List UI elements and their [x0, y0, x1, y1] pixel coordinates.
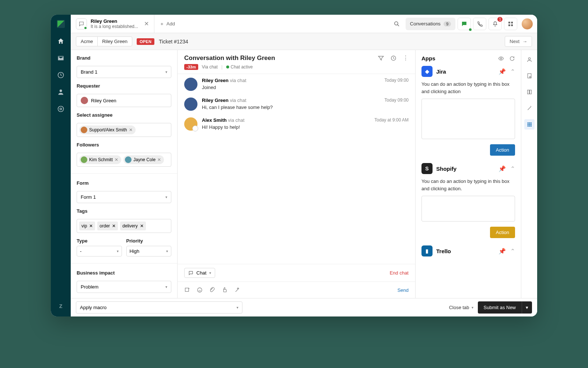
chevron-up-icon[interactable]: ⌃	[510, 165, 515, 172]
submit-button[interactable]: Submit as New	[478, 301, 522, 314]
requester-label: Requester	[77, 83, 171, 89]
pin-icon[interactable]: 📌	[498, 165, 506, 172]
remove-icon[interactable]: ✕	[115, 157, 118, 162]
svg-rect-17	[529, 123, 530, 124]
svg-rect-5	[508, 22, 510, 24]
tag-pill[interactable]: delivery✕	[120, 222, 146, 230]
apps-panel: Apps ◆ Jira 📌⌃ You can do an action by t	[416, 50, 521, 298]
search-button[interactable]	[390, 18, 403, 30]
follower-pill[interactable]: Kim Schmitt✕	[79, 155, 121, 164]
svg-point-15	[529, 76, 531, 78]
add-tab-button[interactable]: ＋ Add	[154, 21, 180, 27]
eye-icon[interactable]	[498, 56, 504, 61]
type-select[interactable]: -▾	[77, 246, 122, 256]
zendesk-logo-icon: z	[59, 302, 63, 310]
rail-grid-icon[interactable]	[524, 119, 535, 130]
brand-select[interactable]: Brand 1▾	[77, 66, 171, 78]
message-row: Alex Smith via chatToday at 9:00 AM Hi! …	[184, 117, 409, 131]
follower-pill[interactable]: Jayne Cole✕	[123, 155, 164, 164]
phone-button[interactable]	[473, 18, 486, 30]
pin-icon[interactable]: 📌	[498, 68, 506, 75]
nav-clock-icon[interactable]	[57, 71, 64, 79]
form-select[interactable]: Form 1▾	[77, 191, 171, 203]
jira-action-button[interactable]: Action	[490, 144, 515, 156]
breadcrumb[interactable]: Acme Riley Green	[76, 36, 132, 46]
emoji-icon[interactable]	[197, 287, 203, 293]
app-name: Jira	[436, 68, 495, 75]
time-badge: -33m	[184, 64, 198, 70]
channel-select[interactable]: Chat ▾	[184, 268, 215, 278]
tag-pill[interactable]: vip✕	[79, 222, 95, 230]
more-icon[interactable]: ⋮	[403, 54, 409, 61]
add-tab-label: Add	[167, 21, 175, 26]
shopify-logo-icon: S	[421, 163, 433, 174]
status-dot-icon	[469, 28, 472, 31]
shopify-input[interactable]	[421, 196, 515, 222]
nav-help-icon[interactable]	[57, 105, 64, 113]
rail-doc-icon[interactable]	[524, 71, 535, 81]
chevron-down-icon: ▾	[472, 305, 473, 309]
svg-rect-24	[530, 125, 531, 127]
tags-field[interactable]: vip✕ order✕ delivery✕	[77, 219, 171, 233]
requester-field[interactable]: Riley Green	[77, 94, 171, 107]
rail-book-icon[interactable]	[524, 87, 535, 97]
active-dot-icon	[226, 66, 229, 68]
chevron-up-icon[interactable]: ⌃	[510, 248, 515, 255]
history-icon[interactable]	[390, 55, 397, 61]
tag-pill[interactable]: order✕	[97, 222, 118, 230]
close-tab-icon[interactable]: ✕	[144, 20, 149, 27]
remove-icon[interactable]: ✕	[112, 223, 116, 229]
submit-caret-button[interactable]: ▾	[522, 301, 532, 314]
assignee-pill[interactable]: Support/Alex Smith✕	[79, 125, 136, 134]
shopify-action-button[interactable]: Action	[490, 227, 515, 238]
ticket-tab[interactable]: Riley Green It is a long established... …	[71, 15, 154, 33]
impact-select[interactable]: Problem▾	[77, 281, 171, 293]
nav-mail-icon[interactable]	[57, 54, 64, 62]
thumbs-up-icon[interactable]	[222, 287, 228, 293]
avatar-icon	[81, 127, 87, 133]
send-button[interactable]: Send	[398, 287, 409, 293]
filter-icon[interactable]	[378, 55, 384, 61]
followers-field[interactable]: Kim Schmitt✕ Jayne Cole✕	[77, 153, 171, 167]
arrow-right-icon: →	[522, 39, 527, 44]
jira-input[interactable]	[421, 99, 515, 139]
end-chat-button[interactable]: End chat	[390, 270, 409, 276]
attachment-icon[interactable]	[209, 287, 215, 293]
nav-user-icon[interactable]	[57, 88, 64, 96]
message-row: Riley Green via chatToday 09:00 Hi, can …	[184, 98, 409, 111]
assignee-field[interactable]: Support/Alex Smith✕	[77, 123, 171, 137]
app-name: Trello	[436, 248, 495, 254]
refresh-icon[interactable]	[509, 56, 515, 61]
avatar-icon	[81, 97, 88, 104]
nav-home-icon[interactable]	[57, 38, 64, 45]
rail-user-icon[interactable]	[524, 54, 535, 65]
rail-wand-icon[interactable]	[524, 103, 535, 113]
pin-icon[interactable]: 📌	[498, 248, 506, 255]
assignee-label: Select assignee	[77, 112, 171, 118]
chevron-down-icon: ▾	[209, 271, 211, 275]
message-row: Riley Green via chatToday 09:00 Joined	[184, 78, 409, 91]
remove-icon[interactable]: ✕	[157, 157, 161, 162]
chevron-down-icon: ▾	[166, 249, 168, 253]
conversations-button[interactable]: Conversations 9	[406, 18, 455, 30]
apps-grid-button[interactable]	[504, 18, 517, 30]
remove-icon[interactable]: ✕	[89, 223, 93, 229]
chevron-up-icon[interactable]: ⌃	[510, 68, 515, 75]
macro-select[interactable]: Apply macro▾	[76, 301, 242, 314]
remove-icon[interactable]: ✕	[129, 127, 133, 132]
notifications-button[interactable]: 1	[489, 18, 502, 30]
priority-select[interactable]: High▾	[126, 246, 172, 256]
close-tab-button[interactable]: Close tab▾	[449, 305, 473, 310]
svg-point-13	[528, 58, 530, 60]
user-avatar[interactable]	[522, 18, 533, 29]
breadcrumb-person[interactable]: Riley Green	[97, 37, 132, 46]
note-icon[interactable]	[184, 287, 190, 293]
remove-icon[interactable]: ✕	[140, 223, 144, 229]
breadcrumb-org[interactable]: Acme	[76, 37, 97, 46]
svg-rect-19	[527, 124, 528, 125]
chat-status-button[interactable]	[458, 18, 471, 30]
svg-rect-16	[527, 123, 528, 124]
magic-wand-icon[interactable]	[234, 287, 240, 293]
next-button[interactable]: Next →	[505, 36, 532, 47]
tab-title: Riley Green	[91, 18, 138, 24]
